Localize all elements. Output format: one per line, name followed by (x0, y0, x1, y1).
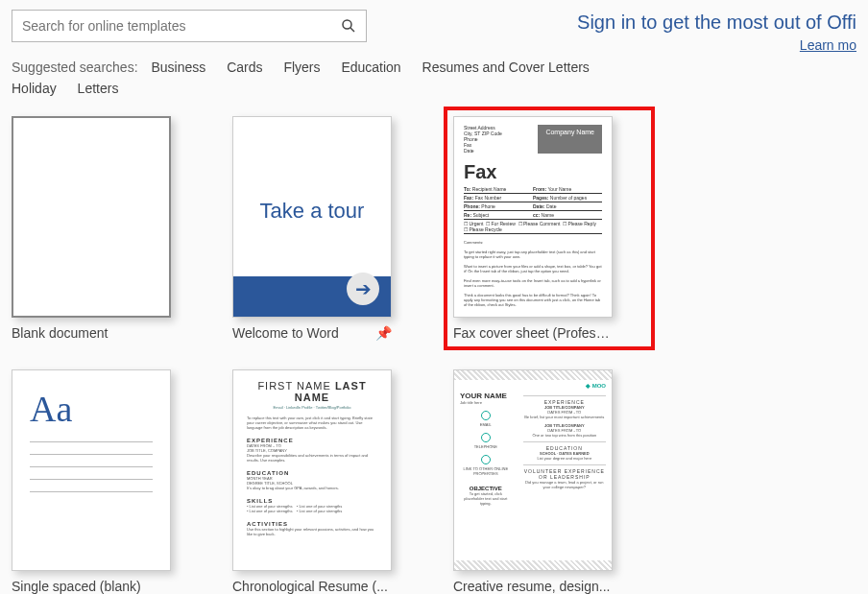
template-single-spaced[interactable]: Aa Single spaced (blank) (12, 369, 204, 594)
template-gallery: Blank document Take a tour ➔ Welcome to … (0, 107, 868, 594)
search-button[interactable] (331, 11, 366, 41)
svg-point-0 (343, 20, 351, 29)
sign-in-link[interactable]: Sign in to get the most out of Offi (577, 12, 856, 33)
search-box[interactable] (12, 10, 367, 42)
aa-sample: Aa (30, 388, 170, 430)
template-thumb: Street AddressCity, ST ZIP CodePhoneFaxD… (453, 116, 613, 318)
suggested-link-resumes[interactable]: Resumes and Cover Letters (422, 59, 590, 75)
template-chronological-resume[interactable]: FIRST NAME LAST NAME Email · LinkedIn Pr… (232, 369, 424, 594)
template-label: Single spaced (blank) (12, 579, 171, 594)
suggested-label: Suggested searches: (12, 59, 138, 75)
suggested-link-holiday[interactable]: Holiday (12, 81, 57, 96)
suggested-link-business[interactable]: Business (151, 59, 205, 75)
pin-icon[interactable]: 📌 (375, 325, 392, 341)
template-welcome-to-word[interactable]: Take a tour ➔ Welcome to Word 📌 (232, 116, 424, 341)
suggested-link-cards[interactable]: Cards (227, 59, 262, 75)
resume-contact: Email · LinkedIn Profile · Twitter/Blog/… (247, 405, 377, 410)
suggested-link-flyers[interactable]: Flyers (283, 59, 320, 75)
search-input[interactable] (12, 11, 331, 41)
template-thumb (12, 116, 171, 318)
template-thumb: ◆ MOO YOUR NAME Job title here EMAIL TEL… (453, 369, 613, 571)
suggested-searches: Suggested searches: Business Cards Flyer… (0, 53, 868, 107)
template-thumb: Take a tour ➔ (232, 116, 392, 318)
template-label: Welcome to Word (232, 325, 370, 341)
resume-name: YOUR NAME (460, 392, 512, 400)
search-icon (341, 18, 356, 34)
tour-heading: Take a tour (233, 199, 391, 224)
highlight-box: Street AddressCity, ST ZIP CodePhoneFaxD… (444, 107, 655, 350)
moo-logo: ◆ MOO (586, 382, 606, 389)
template-blank-document[interactable]: Blank document (12, 116, 204, 341)
fax-company: Company Name (538, 125, 602, 154)
learn-more-link[interactable]: Learn mo (577, 37, 856, 53)
template-label: Fax cover sheet (Profess... (453, 325, 613, 341)
suggested-link-letters[interactable]: Letters (78, 81, 119, 96)
template-thumb: Aa (12, 369, 171, 571)
arrow-right-icon: ➔ (347, 273, 379, 305)
template-creative-resume[interactable]: ◆ MOO YOUR NAME Job title here EMAIL TEL… (453, 369, 645, 594)
template-label: Chronological Resume (... (232, 579, 392, 594)
resume-name: FIRST NAME LAST NAME (247, 380, 377, 403)
svg-line-1 (350, 28, 354, 32)
fax-body: Comments:To get started right away, just… (464, 240, 602, 307)
suggested-link-education[interactable]: Education (341, 59, 400, 75)
template-label: Creative resume, design... (453, 579, 613, 594)
template-label: Blank document (12, 325, 171, 341)
template-fax-cover-sheet[interactable]: Street AddressCity, ST ZIP CodePhoneFaxD… (453, 116, 645, 341)
fax-address: Street AddressCity, ST ZIP CodePhoneFaxD… (464, 125, 502, 154)
template-thumb: FIRST NAME LAST NAME Email · LinkedIn Pr… (232, 369, 392, 571)
fax-title: Fax (464, 161, 602, 183)
